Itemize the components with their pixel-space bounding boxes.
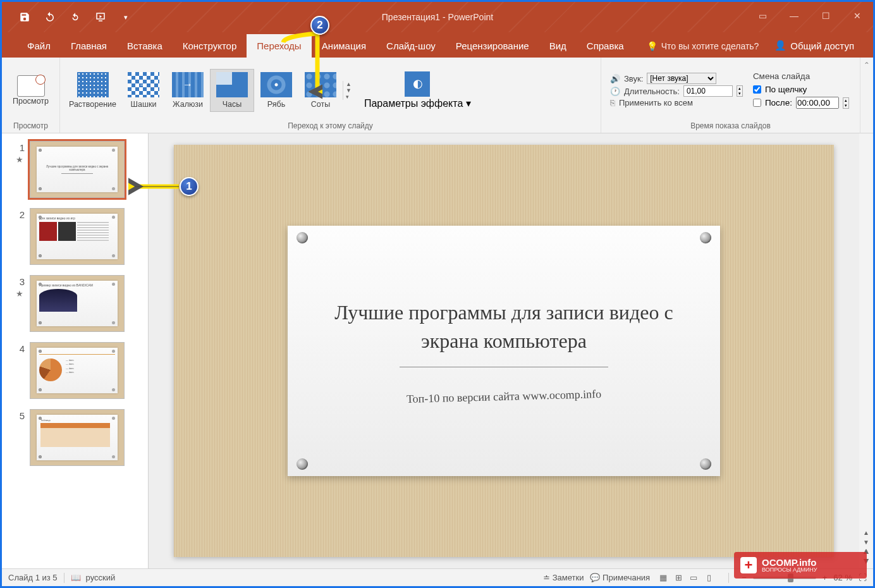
group-label-transition: Переход к этому слайду <box>64 120 597 132</box>
annotation-badge-1: 1 <box>180 177 199 196</box>
ribbon-options-button[interactable]: ▭ <box>747 2 778 30</box>
sound-icon: 🔊 <box>610 74 620 83</box>
after-time-input[interactable] <box>796 97 839 109</box>
slide-counter[interactable]: Слайд 1 из 5 <box>8 573 58 582</box>
tab-insert[interactable]: Вставка <box>117 34 173 58</box>
group-label-timing: Время показа слайдов <box>605 120 856 132</box>
transition-star-icon: ★ <box>16 289 23 298</box>
effect-options-icon: ◐ <box>405 71 430 97</box>
preview-button[interactable]: Просмотр <box>8 73 54 108</box>
thumb-number: 4 <box>7 342 25 399</box>
vertical-scrollbar[interactable]: ▲ ▼ ⯅ ⯆ <box>859 133 873 568</box>
tab-design[interactable]: Конструктор <box>173 34 247 58</box>
after-checkbox[interactable]: После: ▴▾ <box>753 97 849 109</box>
ribbon-tabs: Файл Главная Вставка Конструктор Переход… <box>2 32 873 58</box>
group-label-preview: Просмотр <box>6 120 56 132</box>
slide-thumbnail-3[interactable]: Пример записи видео из BANDICAM <box>30 275 125 332</box>
screw-icon <box>700 232 711 243</box>
advance-slide-title: Смена слайда <box>753 71 849 82</box>
annotation-arrow-2 <box>278 30 322 99</box>
transition-clock[interactable]: Часы <box>210 69 254 112</box>
tab-review[interactable]: Рецензирование <box>446 34 539 58</box>
lightbulb-icon: 💡 <box>647 41 658 51</box>
scroll-down-icon[interactable]: ▼ <box>863 539 869 546</box>
slide-background: Лучшие программы для записи видео с экра… <box>174 145 834 557</box>
sorter-view-button[interactable]: ⊞ <box>671 571 685 585</box>
on-click-checkbox[interactable]: По щелчку <box>753 85 849 94</box>
tab-home[interactable]: Главная <box>61 34 117 58</box>
thumb-number: 1★ <box>7 141 25 198</box>
thumb-number: 3★ <box>7 275 25 332</box>
qat-customize-button[interactable]: ▾ <box>114 6 137 28</box>
gallery-more: ▲ ▼ ▾ <box>343 81 354 100</box>
slide-title[interactable]: Лучшие программы для записи видео с экра… <box>307 298 701 355</box>
screw-icon <box>297 458 308 470</box>
minimize-button[interactable]: — <box>778 2 810 30</box>
tab-help[interactable]: Справка <box>577 34 634 58</box>
title-bar: ▾ Презентация1 - PowerPoint ▭ — ☐ ✕ <box>2 2 873 32</box>
slide-canvas[interactable]: Лучшие программы для записи видео с экра… <box>149 133 859 568</box>
transition-blinds[interactable]: → Жалюзи <box>166 70 210 111</box>
tab-file[interactable]: Файл <box>17 34 61 58</box>
redo-button[interactable] <box>64 6 87 28</box>
thumb-number: 5 <box>7 409 25 466</box>
spellcheck-icon[interactable]: 📖 <box>71 573 81 582</box>
slide-thumbnail-4[interactable]: — item— item— item— item <box>30 342 125 399</box>
slideshow-view-button[interactable]: ▯ <box>702 571 716 585</box>
duration-label: Длительность: <box>624 87 680 96</box>
duration-input[interactable] <box>683 85 733 97</box>
normal-view-button[interactable]: ▦ <box>656 571 670 585</box>
undo-button[interactable] <box>39 6 61 28</box>
sound-label: Звук: <box>624 74 643 83</box>
tab-slideshow[interactable]: Слайд-шоу <box>376 34 446 58</box>
window-title: Презентация1 - PowerPoint <box>382 12 493 22</box>
ribbon: Просмотр Просмотр Растворение → Шашки → … <box>2 58 873 133</box>
slide-thumbnail-5[interactable]: Таблица <box>30 409 125 466</box>
effect-options-button[interactable]: ◐ Параметры эффекта ▾ <box>359 69 476 112</box>
slide-subtitle[interactable]: Топ-10 по версии сайта www.ocomp.info <box>407 388 602 406</box>
dissolve-icon <box>77 72 109 97</box>
tell-me-search[interactable]: 💡 Что вы хотите сделать? <box>647 41 759 58</box>
share-button[interactable]: 👤 Общий доступ <box>774 40 854 58</box>
play-preview-icon <box>17 75 45 97</box>
screw-icon <box>700 458 711 470</box>
transition-dissolve[interactable]: Растворение <box>64 70 121 111</box>
save-button[interactable] <box>13 6 36 28</box>
scroll-up-icon[interactable]: ▲ <box>863 529 869 536</box>
comments-button[interactable]: 💬 Примечания <box>590 573 650 582</box>
gallery-expand[interactable]: ▾ <box>346 94 352 100</box>
duration-spinner[interactable]: ▴▾ <box>737 85 743 97</box>
slide-thumbnails-panel: 1★ Лучшие программы для записи видео с э… <box>2 133 149 568</box>
transition-star-icon: ★ <box>16 155 23 164</box>
close-button[interactable]: ✕ <box>841 2 873 30</box>
duration-icon: 🕐 <box>610 87 620 96</box>
gallery-row-up[interactable]: ▲ <box>346 81 352 87</box>
person-icon: 👤 <box>774 40 786 51</box>
apply-all-icon: ⎘ <box>610 98 615 107</box>
checkerboard-icon: → <box>128 72 159 97</box>
apply-to-all-button[interactable]: ⎘ Применить ко всем <box>610 98 743 107</box>
collapse-ribbon-button[interactable]: ˆ <box>865 61 868 73</box>
maximize-button[interactable]: ☐ <box>810 2 841 30</box>
start-from-beginning-button[interactable] <box>89 6 112 28</box>
notes-button[interactable]: ≐ Заметки <box>543 573 584 582</box>
reading-view-button[interactable]: ▭ <box>687 571 701 585</box>
language-indicator[interactable]: русский <box>86 573 116 582</box>
view-buttons: ▦ ⊞ ▭ ▯ <box>656 571 716 585</box>
slide-thumbnail-1[interactable]: Лучшие программы для записи видео с экра… <box>30 141 125 198</box>
clock-icon <box>216 72 248 97</box>
gallery-row-down[interactable]: ▼ <box>346 87 352 94</box>
watermark: + OCOMP.info ВОПРОСЫ АДМИНУ <box>734 552 867 579</box>
screw-icon <box>297 232 308 243</box>
annotation-badge-2: 2 <box>310 16 329 35</box>
annotation-arrow-1 <box>128 177 180 196</box>
window-controls: ▭ — ☐ ✕ <box>747 2 873 30</box>
transition-checkerboard[interactable]: → Шашки <box>121 70 166 111</box>
sound-select[interactable]: [Нет звука] <box>647 73 716 84</box>
blinds-icon: → <box>172 72 204 97</box>
quick-access-toolbar: ▾ <box>2 6 137 28</box>
after-spinner[interactable]: ▴▾ <box>843 97 849 109</box>
slide-thumbnail-2[interactable]: Для записи видео из игр <box>30 208 125 265</box>
watermark-plus-icon: + <box>740 557 757 573</box>
tab-view[interactable]: Вид <box>539 34 577 58</box>
